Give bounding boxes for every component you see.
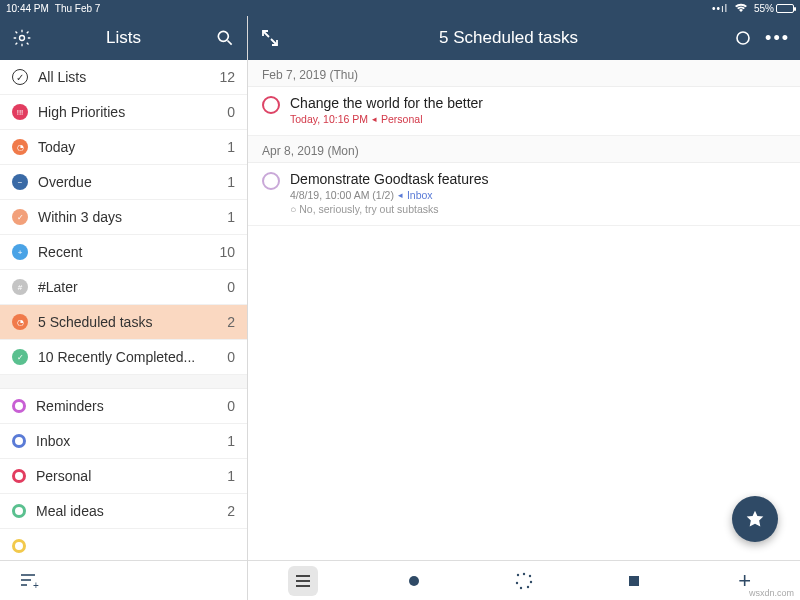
signal-icon: ••ıl bbox=[712, 3, 728, 14]
search-icon[interactable] bbox=[213, 28, 237, 48]
sidebar-item-count: 0 bbox=[227, 104, 235, 120]
sidebar-item-label: #Later bbox=[38, 279, 227, 295]
task-row[interactable]: Change the world for the betterToday, 10… bbox=[248, 87, 800, 136]
sidebar-item-count: 0 bbox=[227, 279, 235, 295]
sidebar-item[interactable]: ◔Today1 bbox=[0, 130, 247, 165]
sort-lists-icon[interactable]: + bbox=[14, 566, 44, 596]
sidebar-item-count: 1 bbox=[227, 468, 235, 484]
sidebar-item[interactable]: Personal1 bbox=[0, 459, 247, 494]
main-bottombar: + bbox=[248, 560, 800, 600]
svg-point-17 bbox=[520, 586, 522, 588]
sidebar-bottombar: + bbox=[0, 560, 247, 600]
sidebar-item-label: Inbox bbox=[36, 433, 227, 449]
expand-icon[interactable] bbox=[258, 29, 282, 47]
sidebar-item-label: Meal ideas bbox=[36, 503, 227, 519]
view-month-icon[interactable] bbox=[619, 566, 649, 596]
sidebar-title: Lists bbox=[106, 28, 141, 48]
sidebar-item-label: Personal bbox=[36, 468, 227, 484]
task-scroll[interactable]: Feb 7, 2019 (Thu)Change the world for th… bbox=[248, 60, 800, 560]
list-icon bbox=[12, 434, 26, 448]
svg-point-13 bbox=[523, 572, 525, 574]
sidebar-item-count: 1 bbox=[227, 174, 235, 190]
main-header: 5 Scheduled tasks ••• bbox=[248, 16, 800, 60]
task-title: Demonstrate Goodtask features bbox=[290, 171, 786, 187]
wifi-icon bbox=[734, 3, 748, 13]
sidebar-item-label: 10 Recently Completed... bbox=[38, 349, 227, 365]
clock-icon: ◔ bbox=[12, 139, 28, 155]
add-task-fab[interactable] bbox=[732, 496, 778, 542]
svg-point-14 bbox=[529, 574, 531, 576]
sidebar-item-label: High Priorities bbox=[38, 104, 227, 120]
sidebar-item-count: 10 bbox=[219, 244, 235, 260]
sidebar-item[interactable]: ✓10 Recently Completed...0 bbox=[0, 340, 247, 375]
sidebar-item[interactable]: ◔5 Scheduled tasks2 bbox=[0, 305, 247, 340]
sidebar-item[interactable]: !!!High Priorities0 bbox=[0, 95, 247, 130]
view-day-icon[interactable] bbox=[399, 566, 429, 596]
sidebar-item-label: All Lists bbox=[38, 69, 219, 85]
svg-point-16 bbox=[527, 585, 529, 587]
svg-rect-19 bbox=[629, 576, 639, 586]
svg-point-12 bbox=[517, 573, 519, 575]
task-meta: 4/8/19, 10:00 AM (1/2)◂Inbox bbox=[290, 189, 786, 201]
svg-text:+: + bbox=[33, 580, 39, 590]
list-icon bbox=[12, 504, 26, 518]
sidebar-item[interactable]: ✓All Lists12 bbox=[0, 60, 247, 95]
task-checkbox[interactable] bbox=[262, 96, 280, 114]
more-icon[interactable]: ••• bbox=[765, 28, 790, 49]
sidebar-item[interactable]: Inbox1 bbox=[0, 424, 247, 459]
svg-point-18 bbox=[516, 581, 518, 583]
task-meta: Today, 10:16 PM◂Personal bbox=[290, 113, 786, 125]
svg-point-0 bbox=[20, 36, 25, 41]
hash-icon: # bbox=[12, 279, 28, 295]
sidebar-item-label: Reminders bbox=[36, 398, 227, 414]
main-panel: 5 Scheduled tasks ••• Feb 7, 2019 (Thu)C… bbox=[248, 16, 800, 600]
sidebar-item-label: Recent bbox=[38, 244, 219, 260]
sidebar-item-count: 2 bbox=[227, 503, 235, 519]
svg-point-15 bbox=[530, 580, 532, 582]
done-icon: ✓ bbox=[12, 349, 28, 365]
priority-icon: !!! bbox=[12, 104, 28, 120]
list-icon bbox=[12, 399, 26, 413]
task-checkbox[interactable] bbox=[262, 172, 280, 190]
battery-indicator: 55% bbox=[754, 3, 794, 14]
sidebar-item[interactable] bbox=[0, 529, 247, 560]
svg-line-2 bbox=[228, 41, 232, 45]
sidebar-lists[interactable]: ✓All Lists12!!!High Priorities0◔Today1−O… bbox=[0, 60, 247, 560]
check-circle-icon: ✓ bbox=[12, 69, 28, 85]
sidebar-item[interactable]: Reminders0 bbox=[0, 389, 247, 424]
sidebar: Lists ✓All Lists12!!!High Priorities0◔To… bbox=[0, 16, 248, 600]
watermark: wsxdn.com bbox=[749, 588, 794, 598]
task-row[interactable]: Demonstrate Goodtask features4/8/19, 10:… bbox=[248, 163, 800, 226]
circle-icon[interactable] bbox=[735, 30, 751, 46]
list-icon bbox=[12, 469, 26, 483]
sidebar-item-label: 5 Scheduled tasks bbox=[38, 314, 227, 330]
sidebar-item-count: 1 bbox=[227, 139, 235, 155]
status-time: 10:44 PM bbox=[6, 3, 49, 14]
date-header: Feb 7, 2019 (Thu) bbox=[248, 60, 800, 87]
view-week-icon[interactable] bbox=[509, 566, 539, 596]
plus-icon: + bbox=[12, 244, 28, 260]
sidebar-item[interactable]: −Overdue1 bbox=[0, 165, 247, 200]
sidebar-item[interactable]: ##Later0 bbox=[0, 270, 247, 305]
sidebar-item-label: Today bbox=[38, 139, 227, 155]
task-title: Change the world for the better bbox=[290, 95, 786, 111]
svg-point-1 bbox=[218, 31, 228, 41]
sidebar-item[interactable]: +Recent10 bbox=[0, 235, 247, 270]
clock-icon: ◔ bbox=[12, 314, 28, 330]
main-title: 5 Scheduled tasks bbox=[282, 28, 735, 48]
sidebar-item-count: 0 bbox=[227, 349, 235, 365]
gear-icon[interactable] bbox=[10, 28, 34, 48]
sidebar-item[interactable]: Meal ideas2 bbox=[0, 494, 247, 529]
sidebar-item-label: Overdue bbox=[38, 174, 227, 190]
sidebar-item-label: Within 3 days bbox=[38, 209, 227, 225]
sidebar-item-count: 1 bbox=[227, 433, 235, 449]
overdue-icon: − bbox=[12, 174, 28, 190]
view-list-icon[interactable] bbox=[288, 566, 318, 596]
sidebar-item[interactable]: ✓Within 3 days1 bbox=[0, 200, 247, 235]
date-header: Apr 8, 2019 (Mon) bbox=[248, 136, 800, 163]
task-subtask: ○ No, seriously, try out subtasks bbox=[290, 203, 786, 215]
clock-icon: ✓ bbox=[12, 209, 28, 225]
svg-point-7 bbox=[737, 32, 749, 44]
status-bar: 10:44 PM Thu Feb 7 ••ıl 55% bbox=[0, 0, 800, 16]
svg-point-11 bbox=[409, 576, 419, 586]
